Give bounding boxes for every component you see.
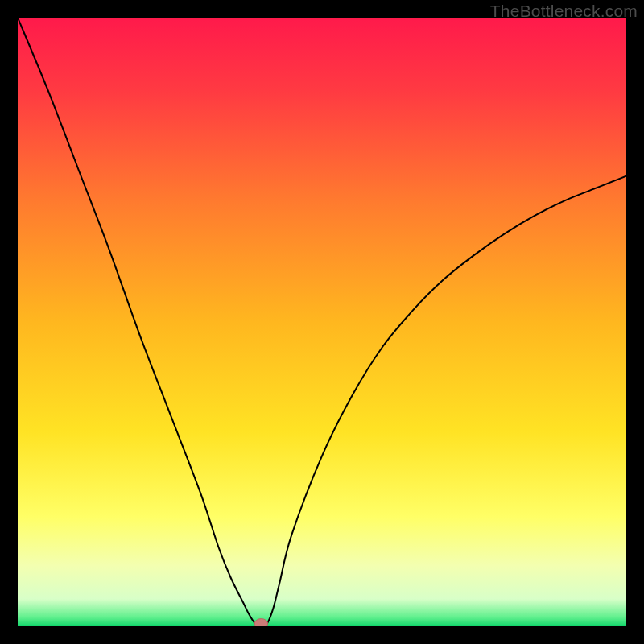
bottleneck-chart [18, 18, 626, 626]
plot-background [18, 18, 626, 626]
optimal-marker [254, 619, 268, 626]
chart-frame: TheBottleneck.com [0, 0, 644, 644]
